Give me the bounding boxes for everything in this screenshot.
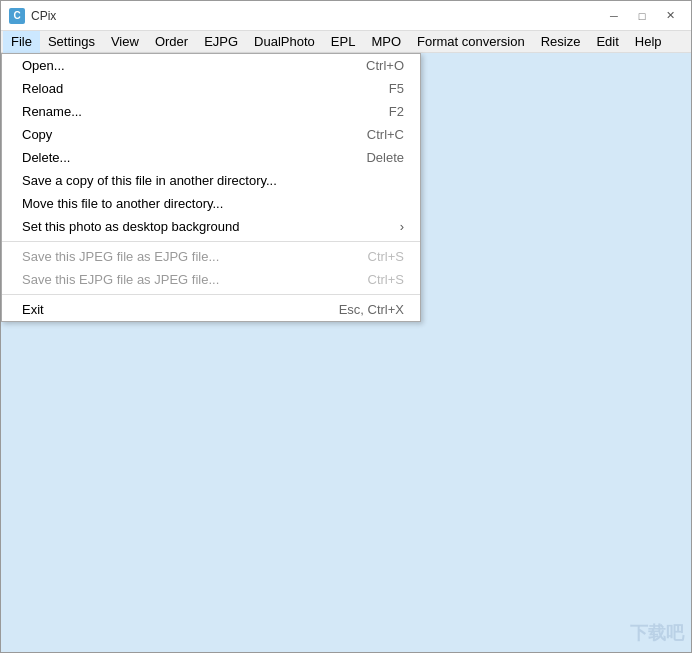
menu-item-save-jpeg[interactable]: Save this EJPG file as JPEG file... Ctrl… — [2, 268, 420, 291]
menu-item-desktop-bg[interactable]: Set this photo as desktop background › — [2, 215, 420, 238]
menu-item-reload-label: Reload — [22, 81, 63, 96]
menu-item-save-copy-label: Save a copy of this file in another dire… — [22, 173, 277, 188]
app-window: C CPix ─ □ ✕ File Settings View Order EJ… — [0, 0, 692, 653]
menu-dualphoto[interactable]: DualPhoto — [246, 31, 323, 53]
menu-item-exit[interactable]: Exit Esc, Ctrl+X — [2, 298, 420, 321]
menu-resize[interactable]: Resize — [533, 31, 589, 53]
menu-file[interactable]: File — [3, 31, 40, 53]
separator-2 — [2, 294, 420, 295]
menu-item-save-jpeg-label: Save this EJPG file as JPEG file... — [22, 272, 219, 287]
menu-item-exit-shortcut: Esc, Ctrl+X — [339, 302, 404, 317]
menu-item-move[interactable]: Move this file to another directory... — [2, 192, 420, 215]
menu-bar: File Settings View Order EJPG DualPhoto … — [1, 31, 691, 53]
menu-settings[interactable]: Settings — [40, 31, 103, 53]
menu-item-save-copy[interactable]: Save a copy of this file in another dire… — [2, 169, 420, 192]
menu-item-delete-label: Delete... — [22, 150, 70, 165]
menu-format-conversion[interactable]: Format conversion — [409, 31, 533, 53]
menu-item-rename-shortcut: F2 — [389, 104, 404, 119]
submenu-arrow-icon: › — [400, 219, 404, 234]
menu-item-copy[interactable]: Copy Ctrl+C — [2, 123, 420, 146]
app-icon: C — [9, 8, 25, 24]
close-button[interactable]: ✕ — [657, 6, 683, 26]
menu-edit[interactable]: Edit — [588, 31, 626, 53]
minimize-button[interactable]: ─ — [601, 6, 627, 26]
menu-item-save-ejpg-shortcut: Ctrl+S — [368, 249, 404, 264]
menu-item-save-ejpg[interactable]: Save this JPEG file as EJPG file... Ctrl… — [2, 245, 420, 268]
maximize-button[interactable]: □ — [629, 6, 655, 26]
app-title: CPix — [31, 9, 601, 23]
menu-item-open-label: Open... — [22, 58, 65, 73]
separator-1 — [2, 241, 420, 242]
menu-view[interactable]: View — [103, 31, 147, 53]
menu-item-delete[interactable]: Delete... Delete — [2, 146, 420, 169]
menu-item-save-jpeg-shortcut: Ctrl+S — [368, 272, 404, 287]
watermark: 下载吧 — [630, 621, 684, 645]
title-bar: C CPix ─ □ ✕ — [1, 1, 691, 31]
menu-item-open[interactable]: Open... Ctrl+O — [2, 54, 420, 77]
menu-item-open-shortcut: Ctrl+O — [366, 58, 404, 73]
menu-item-reload-shortcut: F5 — [389, 81, 404, 96]
menu-mpo[interactable]: MPO — [363, 31, 409, 53]
menu-item-rename[interactable]: Rename... F2 — [2, 100, 420, 123]
menu-item-reload[interactable]: Reload F5 — [2, 77, 420, 100]
menu-item-delete-shortcut: Delete — [366, 150, 404, 165]
menu-help[interactable]: Help — [627, 31, 670, 53]
menu-item-move-label: Move this file to another directory... — [22, 196, 223, 211]
menu-epl[interactable]: EPL — [323, 31, 364, 53]
menu-item-rename-label: Rename... — [22, 104, 82, 119]
menu-item-copy-label: Copy — [22, 127, 52, 142]
menu-item-desktop-bg-label: Set this photo as desktop background — [22, 219, 240, 234]
menu-item-save-ejpg-label: Save this JPEG file as EJPG file... — [22, 249, 219, 264]
file-dropdown-menu: Open... Ctrl+O Reload F5 Rename... F2 Co… — [1, 53, 421, 322]
menu-item-exit-label: Exit — [22, 302, 44, 317]
window-controls: ─ □ ✕ — [601, 6, 683, 26]
menu-order[interactable]: Order — [147, 31, 196, 53]
menu-ejpg[interactable]: EJPG — [196, 31, 246, 53]
menu-item-copy-shortcut: Ctrl+C — [367, 127, 404, 142]
